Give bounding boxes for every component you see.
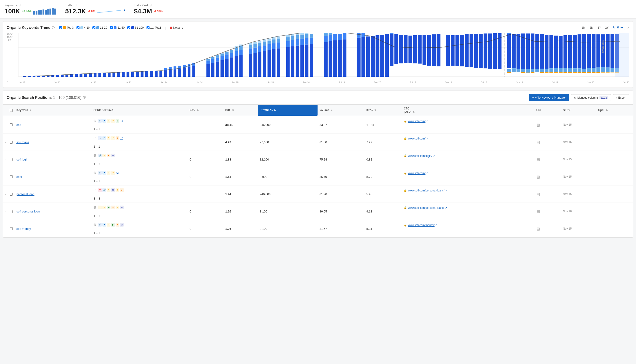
serp-more-icon[interactable]: +2 xyxy=(120,137,123,140)
time-btn-1m[interactable]: 1M xyxy=(580,26,587,30)
url-link[interactable]: www.sofi.com/personal-loans/ xyxy=(408,189,444,192)
row-checkbox[interactable] xyxy=(8,186,15,203)
serp-snapshot-icon[interactable]: ▤ xyxy=(536,123,540,127)
export-button[interactable]: ↑ Export xyxy=(613,94,629,101)
row-serp-snapshot[interactable]: ▤ xyxy=(534,186,561,203)
expand-chevron-icon[interactable]: › xyxy=(5,124,6,126)
serp-more-icon[interactable]: +2 xyxy=(120,120,123,122)
external-link-icon[interactable]: ↗ xyxy=(435,224,437,226)
serp-snapshot-icon[interactable]: ▤ xyxy=(536,175,540,179)
keywords-info-icon[interactable]: ⓘ xyxy=(18,3,21,7)
serp-flag-icon[interactable]: ⚑ xyxy=(102,171,106,174)
external-link-icon[interactable]: ↗ xyxy=(445,189,447,192)
row-keyword[interactable]: so fi xyxy=(15,168,92,186)
serp-question-icon[interactable]: ? xyxy=(107,223,111,226)
th-volume[interactable]: Volume ⇅ xyxy=(318,105,364,116)
row-keyword[interactable]: sofi loans xyxy=(15,134,92,151)
serp-link-icon[interactable]: 🔗 xyxy=(98,136,102,140)
row-keyword[interactable]: sofi money xyxy=(15,220,92,238)
serp-add-icon[interactable]: ⊕ xyxy=(93,188,96,192)
row-expand[interactable]: › xyxy=(3,168,8,186)
th-serp-features[interactable]: SERP Features xyxy=(92,105,188,116)
row-checkbox[interactable] xyxy=(8,134,15,151)
serp-play-icon[interactable]: ▶ xyxy=(107,206,111,209)
external-link-icon[interactable]: ↗ xyxy=(433,154,435,157)
serp-add-icon[interactable]: ⊕ xyxy=(93,136,96,140)
keyword-link[interactable]: personal loan xyxy=(17,192,35,196)
serp-play-icon[interactable]: ▶ xyxy=(116,119,119,123)
serp-flag-icon[interactable]: ⚑ xyxy=(102,223,106,226)
url-link[interactable]: www.sofi.com/personal-loans/ xyxy=(408,206,444,210)
legend-21-50[interactable]: 21-50 xyxy=(110,26,125,29)
time-btn-alltime[interactable]: All time xyxy=(611,25,624,30)
keyword-link[interactable]: so fi xyxy=(17,175,22,178)
serp-add-icon[interactable]: ⊕ xyxy=(93,170,96,175)
row-serp-snapshot[interactable]: ▤ xyxy=(534,168,561,186)
serp-question-icon[interactable]: ? xyxy=(111,171,115,174)
th-kd[interactable]: KD% ⇅ xyxy=(364,105,402,116)
serp-question-icon[interactable]: ? xyxy=(102,206,106,209)
keyword-link[interactable]: sofi personal loan xyxy=(17,210,40,213)
serp-question-icon[interactable]: ? xyxy=(107,171,111,174)
serp-snapshot-icon[interactable]: ▤ xyxy=(536,227,540,231)
serp-play-icon[interactable]: ▶ xyxy=(111,223,115,226)
th-upd[interactable]: Upd. ⇅ xyxy=(596,105,633,116)
legend-4-10[interactable]: 4-10 xyxy=(77,26,90,29)
serp-link-icon[interactable]: 🔗 xyxy=(98,171,102,174)
serp-star-icon[interactable]: ★ xyxy=(116,136,119,140)
keyword-link[interactable]: sofi xyxy=(17,123,21,126)
row-checkbox[interactable] xyxy=(8,203,15,220)
serp-more-icon[interactable]: +2 xyxy=(116,172,119,174)
row-expand[interactable]: › xyxy=(3,151,8,168)
time-btn-1y[interactable]: 1Y xyxy=(596,26,603,30)
traffic-cost-info-icon[interactable]: ⓘ xyxy=(149,3,152,7)
serp-snapshot-icon[interactable]: ▤ xyxy=(536,140,540,144)
serp-question-icon[interactable]: ? xyxy=(107,188,111,192)
external-link-icon[interactable]: ↗ xyxy=(426,120,428,122)
chart-info-icon[interactable]: ⓘ xyxy=(52,26,55,30)
row-serp-snapshot[interactable]: ▤ xyxy=(534,220,561,238)
serp-question-icon[interactable]: ? xyxy=(107,136,111,140)
url-link[interactable]: www.sofi.com/money/ xyxy=(408,224,434,227)
expand-chevron-icon[interactable]: › xyxy=(5,176,6,178)
row-expand[interactable]: › xyxy=(3,186,8,203)
expand-chevron-icon[interactable]: › xyxy=(5,141,6,144)
legend-11-20[interactable]: 11-20 xyxy=(93,26,107,29)
row-keyword[interactable]: sofi personal loan xyxy=(15,203,92,220)
serp-table-icon[interactable]: ⊞ xyxy=(120,223,124,226)
th-url[interactable]: URL xyxy=(534,105,561,116)
legend-51-100[interactable]: 51-100 xyxy=(127,26,144,29)
expand-chevron-icon[interactable]: › xyxy=(5,210,6,213)
serp-question-icon[interactable]: ? xyxy=(111,136,115,140)
row-serp-snapshot[interactable]: ▤ xyxy=(534,203,561,220)
serp-star-icon[interactable]: ★ xyxy=(107,154,111,157)
row-expand[interactable]: › xyxy=(3,220,8,238)
row-serp-snapshot[interactable]: ▤ xyxy=(534,134,561,151)
th-pos[interactable]: Pos. ⇅ xyxy=(188,105,224,116)
serp-link-icon[interactable]: 🔗 xyxy=(98,154,102,157)
serp-table-icon[interactable]: ⊞ xyxy=(111,154,115,157)
row-keyword[interactable]: sofi xyxy=(15,116,92,134)
expand-chevron-icon[interactable]: › xyxy=(5,193,6,196)
serp-link-icon[interactable]: 🔗 xyxy=(98,119,102,123)
traffic-info-icon[interactable]: ⓘ xyxy=(74,3,77,7)
serp-table-icon[interactable]: ⊞ xyxy=(111,188,115,192)
legend-top3[interactable]: Top 3 xyxy=(59,26,74,29)
serp-star-icon[interactable]: ★ xyxy=(111,206,115,209)
keyword-link[interactable]: sofi login xyxy=(17,158,28,161)
serp-star-icon[interactable]: ★ xyxy=(120,188,124,192)
serp-add-icon[interactable]: ⊕ xyxy=(93,205,96,210)
row-expand[interactable]: › xyxy=(3,116,8,134)
serp-link-icon[interactable]: 🔗 xyxy=(102,188,106,192)
serp-question-icon[interactable]: ? xyxy=(111,119,115,123)
expand-chevron-icon[interactable]: › xyxy=(5,228,6,230)
th-cpc[interactable]: CPC(USD) ⇅ xyxy=(402,105,534,116)
row-keyword[interactable]: personal loan xyxy=(15,186,92,203)
time-btn-2y[interactable]: 2Y xyxy=(604,26,610,30)
serp-pin-icon[interactable]: 📍 xyxy=(98,188,102,192)
serp-add-icon[interactable]: ⊕ xyxy=(93,222,96,227)
keyword-link[interactable]: sofi money xyxy=(17,227,31,230)
url-link[interactable]: www.sofi.com/ xyxy=(408,120,425,123)
serp-snapshot-icon[interactable]: ▤ xyxy=(536,210,540,214)
url-link[interactable]: www.sofi.com/ xyxy=(408,137,425,140)
